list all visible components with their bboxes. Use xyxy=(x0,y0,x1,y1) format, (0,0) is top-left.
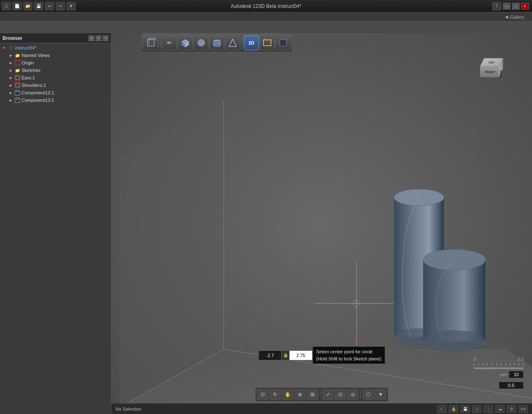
move-btn[interactable]: ⤢ xyxy=(322,389,334,400)
tooltip-line1: Select center point for circle xyxy=(316,348,382,355)
cylinder-short xyxy=(423,249,485,351)
sketches-arrow: ▶ xyxy=(8,67,13,73)
tree-item-named-views[interactable]: ▶ 📁 Named Views xyxy=(0,52,111,59)
gallery-bar: ◀ Gallery xyxy=(0,12,532,22)
shoulders-arrow: ▶ xyxy=(8,82,13,88)
help-icon[interactable]: ? xyxy=(492,2,501,10)
tree-item-component13[interactable]: ▶ Component13:1 xyxy=(0,96,111,104)
coord-tooltip: Select center point for circle (Hold Shi… xyxy=(313,346,385,364)
tick-9 xyxy=(510,363,510,366)
browser-header: Browser ⊞ ⧉ ✕ xyxy=(0,33,111,43)
comp13-arrow: ▶ xyxy=(8,97,13,103)
y-coord-field[interactable] xyxy=(290,350,313,360)
svg-point-14 xyxy=(214,44,220,47)
home-view-btn[interactable] xyxy=(143,35,158,50)
tick-5 xyxy=(492,363,492,366)
save-btn[interactable]: 💾 xyxy=(34,2,43,10)
svg-rect-26 xyxy=(16,76,19,79)
svg-rect-19 xyxy=(280,39,286,46)
tree-item-ears[interactable]: ▶ Ears:1 xyxy=(0,74,111,81)
origin-arrow: ▶ xyxy=(8,60,13,66)
maximize-btn[interactable]: □ xyxy=(512,3,520,10)
status-lock-btn[interactable]: 🔒 xyxy=(449,405,458,413)
status-cloud-btn[interactable]: ☁ xyxy=(495,405,505,413)
shoulders-icon xyxy=(14,82,21,88)
status-render-btn[interactable]: ⬡ xyxy=(472,405,481,413)
status-check-btn[interactable]: ✓ xyxy=(437,405,446,413)
sketch-mode-btn[interactable] xyxy=(260,35,275,50)
close-btn[interactable]: ✕ xyxy=(521,3,529,10)
material-btn[interactable] xyxy=(276,35,291,50)
status-share-btn[interactable]: ↑ xyxy=(484,405,493,413)
tick-7 xyxy=(501,363,501,366)
undo-btn[interactable]: ↩ xyxy=(45,2,54,10)
redo-btn[interactable]: ↪ xyxy=(56,2,65,10)
tick-10 xyxy=(514,363,515,366)
comp13-icon xyxy=(14,97,21,103)
origin-label: Origin xyxy=(22,60,34,65)
viewport[interactable]: TOP FRONT RIGHT 🔒 Select center point fo… xyxy=(111,33,532,414)
sketch-btn[interactable]: ✏ xyxy=(162,35,177,50)
root-icon: ⬡ xyxy=(7,45,14,51)
app-title: Autodesk 123D Beta instruct04* xyxy=(231,3,301,9)
gallery-label[interactable]: Gallery xyxy=(510,15,529,20)
fit-btn[interactable]: ⊞ xyxy=(307,389,318,400)
start-btn[interactable]: ⊡ xyxy=(257,389,268,400)
tooltip-line2: (Hold Shift to lock Sketch plane) xyxy=(316,355,382,362)
browser-float-btn[interactable]: ⧉ xyxy=(96,35,101,41)
shape-btn[interactable] xyxy=(225,35,240,50)
ruler-ticks xyxy=(474,363,524,366)
sketches-label: Sketches xyxy=(22,68,40,73)
svg-text:TOP: TOP xyxy=(488,61,495,64)
minimize-btn[interactable]: — xyxy=(503,3,510,10)
ears-label: Ears:1 xyxy=(22,75,35,80)
svg-rect-23 xyxy=(15,60,20,65)
btm-more-btn[interactable]: ▼ xyxy=(375,389,387,400)
named-views-label: Named Views xyxy=(22,53,50,58)
orbit-btn[interactable]: ↻ xyxy=(269,389,281,400)
new-btn[interactable]: 📄 xyxy=(12,2,22,10)
box-btn[interactable] xyxy=(178,35,193,50)
orientation-cube[interactable]: TOP FRONT RIGHT xyxy=(480,54,507,81)
tree-item-origin[interactable]: ▶ Origin xyxy=(0,59,111,67)
svg-point-30 xyxy=(16,90,19,92)
more-btn[interactable]: ▼ xyxy=(66,2,76,10)
svg-line-21 xyxy=(286,38,288,39)
x-coord-field[interactable] xyxy=(259,350,281,360)
tree-item-shoulders[interactable]: ▶ Shoulders:1 xyxy=(0,81,111,89)
coord-lock-icon[interactable]: 🔒 xyxy=(281,350,290,360)
tree-item-component12[interactable]: ▶ Component12:1 xyxy=(0,89,111,96)
browser-panel: Browser ⊞ ⧉ ✕ ▼ ⬡ instruct04* ▶ 📁 Named … xyxy=(0,33,111,414)
status-save-btn[interactable]: 💾 xyxy=(461,405,470,413)
pan-btn[interactable]: ✋ xyxy=(282,389,293,400)
main-toolbar: ✏ 2D xyxy=(141,33,293,52)
zoom-btn[interactable]: ⊕ xyxy=(294,389,306,400)
2d-view-btn[interactable]: 2D xyxy=(244,35,259,50)
svg-text:RIGHT: RIGHT xyxy=(500,70,502,78)
ruler-bar xyxy=(474,367,524,369)
coord-input: 🔒 Select center point for circle (Hold S… xyxy=(259,346,385,364)
svg-text:FRONT: FRONT xyxy=(485,71,495,74)
sphere-btn[interactable] xyxy=(194,35,209,50)
scale-value[interactable]: 0.5 xyxy=(499,382,524,389)
tree-container: ▼ ⬡ instruct04* ▶ 📁 Named Views ▶ O xyxy=(0,43,111,414)
tree-root[interactable]: ▼ ⬡ instruct04* xyxy=(0,44,111,52)
look-btn[interactable]: ◎ xyxy=(347,389,359,400)
browser-tile-btn[interactable]: ⊞ xyxy=(89,35,94,41)
tick-11 xyxy=(519,363,519,366)
status-text: No Selection xyxy=(116,407,141,412)
ruler-value[interactable]: 10 xyxy=(509,371,524,378)
svg-line-18 xyxy=(271,39,272,40)
status-percent-btn[interactable]: 5% xyxy=(519,405,528,413)
cylinder-btn[interactable] xyxy=(209,35,224,50)
tree-item-sketches[interactable]: ▶ 📁 Sketches xyxy=(0,67,111,74)
browser-close-btn[interactable]: ✕ xyxy=(103,35,108,41)
app-icon[interactable]: ⬡ xyxy=(2,2,11,10)
svg-marker-15 xyxy=(229,39,236,47)
titlebar-left: ⬡ 📄 📂 💾 ↩ ↪ ▼ xyxy=(0,2,76,10)
zoom-box-btn[interactable]: ⊡ xyxy=(335,389,346,400)
status-settings-btn[interactable]: ⚙ xyxy=(507,405,516,413)
tick-12 xyxy=(523,363,524,366)
appearance-btn[interactable]: ⬡ xyxy=(362,389,374,400)
open-btn[interactable]: 📂 xyxy=(23,2,32,10)
